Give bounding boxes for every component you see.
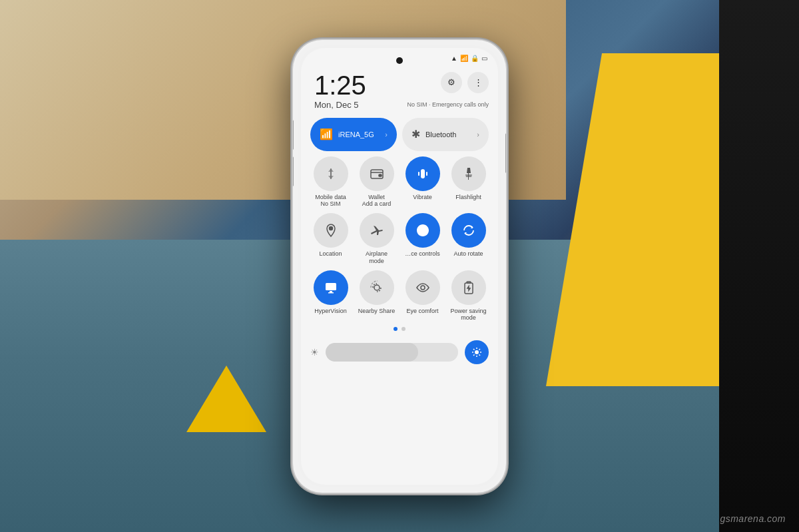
brightness-slider[interactable]: [326, 343, 458, 362]
quick-tiles-panel: 📶 iRENA_5G › ✱ Bluetooth ›: [310, 118, 489, 370]
watermark-text: gsmarena.com: [720, 513, 786, 524]
bluetooth-tile-chevron: ›: [477, 131, 479, 138]
airplane-icon: [360, 213, 394, 248]
svg-rect-3: [418, 172, 419, 176]
auto-rotate-icon: [451, 213, 486, 248]
eye-comfort-tile[interactable]: Eye comfort: [402, 270, 443, 322]
signal-status-icon: 📶: [460, 55, 468, 62]
quick-tiles-grid-row1: Mobile dataNo SIM WalletAdd a card: [310, 156, 489, 208]
top-right-buttons: ⚙ ⋮: [441, 72, 489, 93]
battery-status-icon: ▭: [481, 55, 487, 62]
wifi-tile-label: iRENA_5G: [338, 131, 380, 138]
svg-line-20: [479, 349, 481, 350]
svg-rect-8: [328, 292, 334, 294]
phone-wrapper: ▲ 📶 🔒 ▭ 1:25 Mon, Dec 5 ⚙ ⋮ No SIM · Eme…: [293, 40, 506, 493]
phone-screen: ▲ 📶 🔒 ▭ 1:25 Mon, Dec 5 ⚙ ⋮ No SIM · Eme…: [301, 48, 498, 485]
quick-tiles-grid-row3: HyperVision Nearby Share: [310, 270, 489, 322]
svg-rect-4: [426, 172, 427, 176]
bluetooth-tile[interactable]: ✱ Bluetooth ›: [402, 118, 489, 151]
svg-rect-1: [379, 174, 382, 176]
eye-comfort-icon: [405, 270, 440, 305]
wide-tiles-row: 📶 iRENA_5G › ✱ Bluetooth ›: [310, 118, 489, 151]
wallet-tile[interactable]: WalletAdd a card: [356, 156, 397, 208]
brightness-fill: [326, 343, 418, 362]
status-icons: ▲ 📶 🔒 ▭: [451, 55, 487, 62]
svg-rect-6: [326, 283, 336, 290]
bluetooth-tile-icon: ✱: [411, 128, 420, 140]
auto-rotate-tile[interactable]: Auto rotate: [448, 213, 489, 265]
svg-line-18: [473, 349, 475, 350]
svg-rect-2: [421, 169, 425, 178]
quick-tiles-grid-row2: Location Airplanemode: [310, 213, 489, 265]
location-label: Location: [319, 250, 342, 258]
device-controls-icon: [405, 213, 440, 248]
phone-body: ▲ 📶 🔒 ▭ 1:25 Mon, Dec 5 ⚙ ⋮ No SIM · Eme…: [293, 40, 506, 493]
auto-rotate-label: Auto rotate: [453, 250, 483, 258]
power-saving-label: Power savingmode: [450, 308, 486, 322]
location-icon: [314, 213, 348, 248]
vibrate-label: Vibrate: [413, 194, 431, 201]
mobile-data-label: Mobile dataNo SIM: [315, 194, 346, 208]
wifi-tile[interactable]: 📶 iRENA_5G ›: [310, 118, 397, 151]
hypervision-icon: [314, 270, 348, 305]
eye-comfort-label: Eye comfort: [406, 308, 438, 315]
lock-status-icon: 🔒: [471, 55, 479, 62]
location-tile[interactable]: Location: [310, 213, 351, 265]
flashlight-label: Flashlight: [455, 194, 481, 201]
svg-point-10: [421, 286, 425, 290]
svg-rect-12: [467, 282, 471, 283]
airplane-label: Airplanemode: [366, 250, 388, 265]
clock-date: Mon, Dec 5: [314, 100, 366, 110]
dot-2: [401, 327, 405, 331]
flashlight-tile[interactable]: Flashlight: [448, 156, 489, 208]
wallet-icon: [360, 156, 394, 191]
mobile-data-tile[interactable]: Mobile dataNo SIM: [310, 156, 351, 208]
airplane-tile[interactable]: Airplanemode: [356, 213, 397, 265]
clock-area: 1:25 Mon, Dec 5: [314, 72, 366, 110]
nearby-share-label: Nearby Share: [358, 308, 396, 315]
sim-status-text: No SIM · Emergency calls only: [407, 101, 489, 108]
wifi-tile-chevron: ›: [385, 131, 388, 138]
nearby-share-icon: [360, 270, 394, 305]
svg-rect-7: [330, 291, 332, 292]
mobile-data-icon: [314, 156, 348, 191]
pagination-dots: [310, 327, 489, 331]
svg-point-9: [374, 285, 380, 290]
brightness-high-button[interactable]: [465, 340, 489, 364]
vibrate-icon: [405, 156, 440, 191]
bluetooth-tile-label: Bluetooth: [425, 131, 471, 138]
volume-down-button[interactable]: [293, 156, 294, 186]
device-controls-tile[interactable]: …ce controls: [402, 213, 443, 265]
more-button[interactable]: ⋮: [467, 72, 489, 93]
dot-1: [394, 327, 398, 331]
device-controls-label: …ce controls: [405, 250, 440, 258]
brightness-low-icon: ☀: [310, 347, 319, 358]
front-camera: [396, 57, 403, 64]
hypervision-tile[interactable]: HyperVision: [310, 270, 351, 322]
svg-line-21: [473, 355, 475, 356]
volume-up-button[interactable]: [293, 120, 294, 150]
svg-point-5: [329, 227, 332, 230]
svg-point-13: [475, 350, 479, 354]
clock-time: 1:25: [314, 72, 366, 99]
wifi-tile-icon: 📶: [320, 128, 333, 140]
wifi-status-icon: ▲: [451, 55, 457, 62]
power-saving-icon: [451, 270, 486, 305]
flashlight-icon: [451, 156, 486, 191]
brightness-row: ☀: [310, 335, 489, 370]
power-button[interactable]: [505, 133, 506, 173]
vibrate-tile[interactable]: Vibrate: [402, 156, 443, 208]
wallet-label: WalletAdd a card: [362, 194, 392, 208]
power-saving-tile[interactable]: Power savingmode: [448, 270, 489, 322]
bg-black-right: [719, 0, 799, 532]
settings-button[interactable]: ⚙: [441, 72, 462, 93]
nearby-share-tile[interactable]: Nearby Share: [356, 270, 397, 322]
hypervision-label: HyperVision: [314, 308, 346, 315]
svg-line-19: [479, 355, 481, 356]
